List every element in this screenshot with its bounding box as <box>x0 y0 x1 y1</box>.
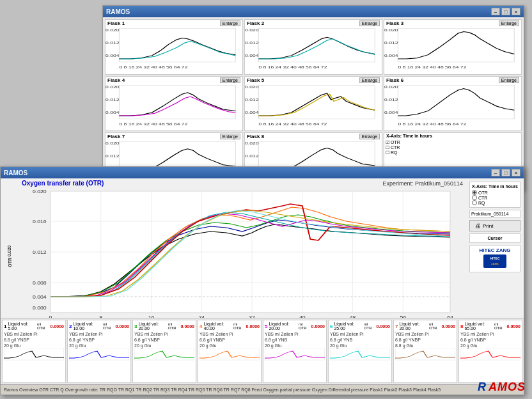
cursor-panel: Cursor <box>469 233 520 243</box>
svg-rect-10 <box>398 28 514 61</box>
svg-text:0.004: 0.004 <box>245 111 259 114</box>
bg-window-content: Flask 1 Enlarge 0 8 16 24 32 40 48 56 64… <box>103 17 524 190</box>
y-axis-area: 0.020 OTR <box>1 178 19 318</box>
bottom-flask-5-medium: YBS ml Zeilen Pi 6.8 g/l YNB 20 g Glu <box>265 331 325 348</box>
svg-text:0  8  16 24 32 40 48 56 64 72: 0 8 16 24 32 40 48 56 64 72 <box>398 122 466 125</box>
rq-radio[interactable] <box>472 200 477 205</box>
svg-text:0  8  16 24 32 40 48 56 64 72: 0 8 16 24 32 40 48 56 64 72 <box>119 66 187 69</box>
svg-rect-5 <box>258 28 375 61</box>
bottom-section: 1 Liquid vol: 5.00 ml OTR 0.0000 YBS ml … <box>1 318 524 395</box>
chart-container: 0.020 0.016 0.012 0.008 0.004 0.000 0 8 … <box>19 188 466 318</box>
svg-text:0.020: 0.020 <box>245 29 259 32</box>
svg-text:0.012: 0.012 <box>106 98 120 102</box>
bottom-flask-4-liq: Liquid vol: 40.00 <box>203 322 231 331</box>
bottom-flask-6-medium: YBS ml Zeilen Pi 6.8 g/l YNB 20 g Glu <box>330 331 390 348</box>
otr-radio[interactable] <box>472 190 477 195</box>
flask-6-enlarge-btn[interactable]: Enlarge <box>499 77 519 83</box>
bottom-flask-6-num: 6 <box>330 324 332 329</box>
flask-4-chart: 0 8 16 24 32 40 48 56 64 72 0.020 0.012 … <box>106 84 242 128</box>
svg-text:0.012: 0.012 <box>33 250 47 255</box>
svg-text:0.004: 0.004 <box>384 54 398 58</box>
close-btn[interactable]: × <box>512 8 520 15</box>
bottom-flask-2-medium: YBS ml Zeilen Pi 6.8 g/l YNBP 20 g Glu <box>69 331 129 348</box>
main-minimize-btn[interactable]: – <box>491 169 500 176</box>
bottom-flask-3: 3 Liquid vol: 20.00 ml OTR 0.0000 YBS ml… <box>132 320 196 383</box>
flask-8-enlarge-btn[interactable]: Enlarge <box>359 134 380 139</box>
flask-4-title: Flask 4 Enlarge <box>106 77 242 84</box>
flask-7-enlarge-btn[interactable]: Enlarge <box>220 134 240 139</box>
hitec-logo-svg: HITEC ZANG <box>482 253 508 269</box>
experiment-label: Experiment: Praktikum_050114 <box>382 180 463 187</box>
bottom-flask-6-liq: Liquid vol: 25.00 <box>334 322 361 331</box>
bottom-flask-7-medium: YBS ml Zeilen Pi 6.8 g/l YNBP 8.8 g Glu <box>395 331 455 348</box>
svg-text:0.020: 0.020 <box>384 29 398 32</box>
bottom-flask-1-otr: 0.0000 <box>51 324 64 329</box>
svg-text:0.012: 0.012 <box>106 42 120 45</box>
ramos-brand: R AMOS <box>478 380 526 394</box>
svg-text:0  8  16 24 32 40 48 56 64 72: 0 8 16 24 32 40 48 56 64 72 <box>258 122 327 125</box>
bottom-flask-8-otr: 0.0000 <box>507 324 520 329</box>
bottom-flask-7-num: 7 <box>395 324 398 329</box>
bottom-flask-2-num: 2 <box>69 324 72 329</box>
svg-text:0.000: 0.000 <box>33 306 47 311</box>
svg-text:HITEC: HITEC <box>490 256 500 260</box>
bottom-flask-7: 7 Liquid vol: 20.00 ml OTR 0.0000 YBS ml… <box>393 320 457 383</box>
flask-8-title: Flask 8 Enlarge <box>245 133 382 140</box>
flask-panel-1: Flask 1 Enlarge 0 8 16 24 32 40 48 56 64… <box>105 19 243 75</box>
svg-text:0.012: 0.012 <box>384 98 398 102</box>
svg-text:40: 40 <box>299 315 306 318</box>
svg-text:0.020: 0.020 <box>245 143 259 146</box>
flask-2-chart: 0 8 16 24 32 40 48 56 64 72 0.020 0.012 … <box>245 27 382 71</box>
bottom-flask-2: 2 Liquid vol: 10.00 ml OTR 0.0000 YBS ml… <box>67 320 131 383</box>
bottom-flask-1-liq: Liquid vol: 5.00 <box>8 322 35 331</box>
bottom-flask-4: 4 Liquid vol: 40.00 ml OTR 0.0000 YBS ml… <box>198 320 262 383</box>
flask-3-enlarge-btn[interactable]: Enlarge <box>499 20 519 26</box>
printer-icon: 🖨 <box>475 223 481 229</box>
bottom-flask-1-medium: YBS ml Zeilen Pi 6.8 g/l YNBP 20 g Glu <box>4 331 64 348</box>
bottom-flask-1-chart <box>4 348 64 361</box>
maximize-btn[interactable]: □ <box>501 8 510 15</box>
bottom-flask-3-num: 3 <box>134 324 137 329</box>
ctr-radio[interactable] <box>472 195 477 200</box>
ctr-option[interactable]: CTR <box>472 195 518 200</box>
main-window: RAMOS – □ × 0.020 OTR Oxygen transfer ra… <box>0 166 524 395</box>
bottom-flask-3-medium: YBS ml Zeilen Pi 6.8 g/l YNBP 20 g Glu <box>134 331 194 348</box>
axis-options: X-Axis: Time in hours OTR CTR RQ <box>469 182 520 208</box>
rq-option[interactable]: RQ <box>472 200 518 205</box>
flask-1-enlarge-btn[interactable]: Enlarge <box>220 20 240 26</box>
flask-xaxis-title: X-Axis: Time in hours <box>384 133 521 139</box>
flask-5-enlarge-btn[interactable]: Enlarge <box>359 77 380 83</box>
main-titlebar-controls: – □ × <box>491 169 520 176</box>
main-maximize-btn[interactable]: □ <box>501 169 510 176</box>
bottom-flask-7-liq: Liquid vol: 20.00 <box>399 322 426 331</box>
otr-option[interactable]: OTR <box>472 190 518 195</box>
svg-text:0  8  16 24 32 40 48 56 64 72: 0 8 16 24 32 40 48 56 64 72 <box>258 66 327 69</box>
bottom-flask-8-chart <box>460 348 520 361</box>
svg-text:48: 48 <box>350 315 356 318</box>
titlebar-controls: – □ × <box>491 8 520 15</box>
hitec-logo: HITEC ZANG HITEC ZANG <box>469 245 520 272</box>
bottom-flask-2-otr: 0.0000 <box>116 324 129 329</box>
svg-text:0.020: 0.020 <box>245 86 259 89</box>
main-close-btn[interactable]: × <box>512 169 520 176</box>
bottom-flask-6-header: 6 Liquid vol: 25.00 ml OTR 0.0000 <box>330 322 390 331</box>
svg-text:0.020: 0.020 <box>384 86 398 89</box>
bottom-flask-8-num: 8 <box>460 324 463 329</box>
cursor-label: Cursor <box>472 236 518 240</box>
right-panel: X-Axis: Time in hours OTR CTR RQ <box>466 178 524 318</box>
bottom-flask-4-medium: YBS ml Zeilen Pi 6.8 g/l YNBP 20 g Glu <box>199 331 260 348</box>
bottom-flask-8: 8 Liquid vol: 65.00 ml OTR 0.0000 YBS ml… <box>458 320 522 383</box>
bottom-flask-5-num: 5 <box>265 324 267 329</box>
flask-panel-2: Flask 2 Enlarge 0 8 16 24 32 40 48 56 64… <box>244 19 382 75</box>
svg-text:32: 32 <box>249 315 255 318</box>
bottom-flask-7-otr: 0.0000 <box>442 324 455 329</box>
print-button[interactable]: 🖨 Print <box>469 220 520 231</box>
minimize-btn[interactable]: – <box>491 8 500 15</box>
flask-4-enlarge-btn[interactable]: Enlarge <box>220 77 240 83</box>
flask-6-chart: 0 8 16 24 32 40 48 56 64 72 0.020 0.012 … <box>384 84 521 128</box>
flask-2-enlarge-btn[interactable]: Enlarge <box>359 20 380 26</box>
svg-text:0  8  16 24 32 40 48 56 64 72: 0 8 16 24 32 40 48 56 64 72 <box>119 122 187 125</box>
bottom-flasks-container: 1 Liquid vol: 5.00 ml OTR 0.0000 YBS ml … <box>1 318 524 384</box>
svg-text:24: 24 <box>198 315 205 318</box>
bottom-flask-4-chart <box>199 348 260 361</box>
